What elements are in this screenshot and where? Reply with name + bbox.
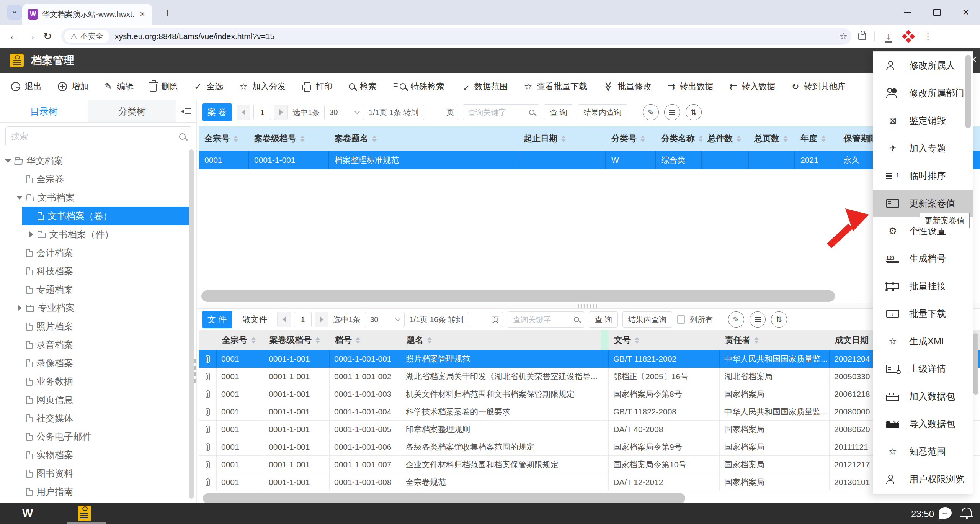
column-header[interactable]: 题名 [401,330,601,350]
tab-volume[interactable]: 案 卷 [202,103,232,121]
result-query-button[interactable]: 结果内查询 [622,311,672,328]
column-header[interactable]: 档号 [330,330,401,350]
prev-page-button[interactable] [277,312,291,327]
column-header[interactable]: 全宗号 [217,330,264,350]
taskbar-app-icon[interactable] [78,506,91,521]
toolbar-button[interactable]: ⇉转出数据 [659,73,721,100]
toolbar-button[interactable]: ↻转到其他库 [784,73,854,100]
downloads-icon[interactable] [884,31,893,42]
tab-loose-file[interactable]: 散文件 [237,311,273,328]
tree-item[interactable]: 华文档案 [0,152,189,170]
toolbar-button[interactable]: ≫批量修改 [595,73,659,100]
taskbar-logo[interactable]: W [22,506,33,519]
menu-item[interactable]: 批量挂接 [873,272,973,300]
sort-arrows-icon[interactable] [640,136,645,142]
toolbar-button[interactable]: ☆查看批量下载 [516,73,596,100]
page-number[interactable]: 1 [253,105,271,120]
toolbar-button[interactable]: 打印 [294,73,341,100]
toolbar-button[interactable]: 增加 [50,73,96,100]
bookmark-star-icon[interactable] [839,31,848,42]
column-header[interactable]: 责任者 [720,330,830,350]
address-bar[interactable]: 不安全 xysh.eu.org:8848/Lams/vue/index.html… [61,28,851,45]
tab-category-tree[interactable]: 分类树 [88,100,176,122]
tree-item[interactable]: 用户指南 [0,483,189,501]
toolbar-button[interactable]: 检索 [341,73,385,100]
toolbar-button[interactable]: ↔数据范围 [452,73,516,100]
volume-hscrollbar[interactable] [201,290,835,302]
page-size-select[interactable]: 30 [324,105,364,120]
column-header[interactable]: 总页数 [749,126,795,151]
tab-search-chevron-icon[interactable] [7,5,22,20]
menu-item[interactable]: 批量下载 [873,300,973,328]
menu-item[interactable]: ☆生成XML [873,328,973,355]
menu-item[interactable]: ✈加入专题 [873,134,973,162]
tree-item[interactable]: 实物档案 [0,446,189,464]
tree-item[interactable]: 照片档案 [0,317,189,336]
keyword-search-icon[interactable] [529,110,534,115]
tree-item[interactable]: 业务数据 [0,372,189,391]
chrome-menu-icon[interactable] [923,31,933,42]
sort-arrows-icon[interactable] [821,136,826,142]
toolbar-button[interactable]: 特殊检索 [385,73,452,100]
caret-right-icon[interactable] [26,231,36,237]
menu-item[interactable]: 导入数据包 [873,410,973,438]
browser-tab[interactable]: W 华文档案演示站-www.hwxt.co [22,4,152,25]
collapse-sidebar-icon[interactable] [181,107,191,116]
column-header[interactable]: 总件数 [702,126,749,151]
table-row[interactable]: 00010001-1-0010001-1-001-007企业文件材料归档范围和档… [199,456,980,473]
forward-icon[interactable] [22,28,39,45]
sidebar-splitter[interactable] [194,359,196,385]
tree-item[interactable]: 网页信息 [0,391,189,409]
sort-arrows-icon[interactable] [783,136,788,142]
table-row[interactable]: 00010001-1-0010001-1-001-004科学技术档案案卷的一般要… [199,403,980,421]
table-row[interactable]: 00010001-1-0010001-1-001-003机关文件材料归档范围和文… [199,385,980,403]
tree-item[interactable]: 图书资料 [0,464,189,483]
table-row[interactable]: 00010001-1-0010001-1-001-005印章档案整理规则DA/T… [199,421,980,438]
goto-page-input[interactable]: 页 [468,312,503,327]
goto-page-input[interactable]: 页 [423,105,458,120]
extensions-icon[interactable] [858,33,866,40]
menu-item[interactable]: ☆知悉范围 [873,438,973,465]
minimize-icon[interactable] [899,3,916,21]
column-header[interactable]: 年度 [795,126,838,151]
result-query-button[interactable]: 结果内查询 [578,104,627,120]
prev-page-button[interactable] [237,105,250,120]
sort-arrows-icon[interactable] [754,337,759,344]
tree-item[interactable]: 录像档案 [0,354,189,372]
column-header[interactable]: 案卷级档号 [249,126,329,151]
table-row[interactable]: 00010001-1-0010001-1-001-008全宗卷规范DA/T 12… [199,473,980,491]
toolbar-button[interactable]: 删除 [142,73,186,100]
toolbar-button[interactable]: ⇇转入数据 [721,73,783,100]
sort-arrows-icon[interactable] [251,337,256,344]
tree-item[interactable]: 文书档案（卷） [22,207,189,225]
toolbar-button[interactable]: ☆加入分发 [231,73,294,100]
keyword-search-icon[interactable] [574,317,579,322]
sort-button[interactable]: ⇅ [686,104,702,120]
next-page-button[interactable] [274,105,288,120]
back-icon[interactable] [5,28,22,45]
menu-item[interactable]: 修改所属人 [873,52,973,79]
new-tab-button[interactable] [160,5,175,21]
tree-item[interactable]: 科技档案 [0,262,189,280]
column-header[interactable]: 文号 [609,330,720,350]
close-tab-icon[interactable] [138,9,147,19]
column-header[interactable]: 案卷题名 [329,126,518,151]
table-row[interactable]: 00010001-1-0010001-1-001-001照片档案管理规范GB/T… [199,350,980,368]
caret-down-icon[interactable] [15,196,24,200]
menu-item[interactable]: 临时排序 [873,162,973,190]
file-vscrollbar[interactable] [973,333,978,395]
sort-arrows-icon[interactable] [356,337,360,344]
close-window-icon[interactable] [957,3,975,21]
tree-item[interactable]: 录音档案 [0,336,189,354]
search-icon[interactable] [179,133,186,140]
tree-item[interactable]: 文书档案（件） [0,225,189,244]
sort-arrows-icon[interactable] [737,136,741,142]
menu-item[interactable]: ⊠鉴定销毁 [873,107,973,134]
tree-item[interactable]: 专题档案 [0,280,189,299]
sort-arrows-icon[interactable] [234,136,238,142]
sort-arrows-icon[interactable] [561,136,566,142]
volume-row-selected[interactable]: 00010001-1-001档案整理标准规范W综合类2021永久 [199,151,980,169]
menu-item[interactable]: 加入数据包 [873,383,973,410]
tree-item[interactable]: 公务电子邮件 [0,427,189,446]
toolbar-button[interactable]: ✎编辑 [96,73,142,100]
